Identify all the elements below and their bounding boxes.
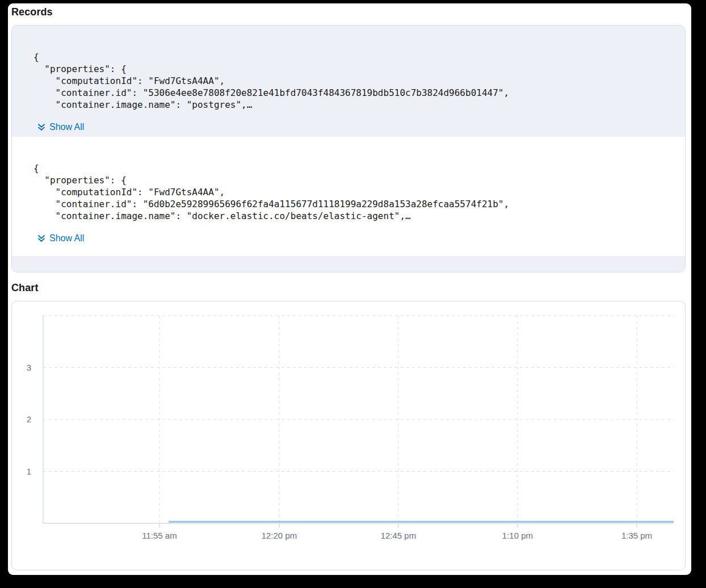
double-chevron-down-icon [37, 234, 46, 243]
show-all-label: Show All [49, 121, 84, 133]
record-row-partial [12, 256, 685, 272]
svg-text:1:35 pm: 1:35 pm [621, 531, 652, 540]
record-row: { "properties": { "computationId": "Fwd7… [12, 137, 685, 256]
app-window: Records { "properties": { "computationId… [8, 3, 691, 575]
record-row: { "properties": { "computationId": "Fwd7… [12, 26, 685, 137]
show-all-link[interactable]: Show All [37, 232, 84, 244]
svg-text:11:55 am: 11:55 am [142, 531, 176, 540]
svg-text:1:10 pm: 1:10 pm [502, 531, 533, 540]
double-chevron-down-icon [37, 123, 46, 132]
svg-text:12:20 pm: 12:20 pm [262, 531, 297, 540]
chart-svg: 11:55 am12:20 pm12:45 pm1:10 pm1:35 pm12… [12, 301, 685, 570]
show-all-label: Show All [49, 232, 84, 244]
records-panel: { "properties": { "computationId": "Fwd7… [11, 25, 686, 272]
chart-section-title: Chart [11, 282, 687, 294]
records-section-title: Records [11, 6, 687, 18]
show-all-link[interactable]: Show All [37, 121, 84, 133]
svg-text:12:45 pm: 12:45 pm [381, 531, 417, 540]
record-json: { "properties": { "computationId": "Fwd7… [33, 162, 671, 222]
svg-text:3: 3 [27, 363, 31, 372]
chart-panel: 11:55 am12:20 pm12:45 pm1:10 pm1:35 pm12… [11, 301, 686, 570]
svg-text:1: 1 [27, 467, 31, 476]
svg-text:2: 2 [27, 414, 31, 424]
record-json: { "properties": { "computationId": "Fwd7… [33, 51, 671, 111]
